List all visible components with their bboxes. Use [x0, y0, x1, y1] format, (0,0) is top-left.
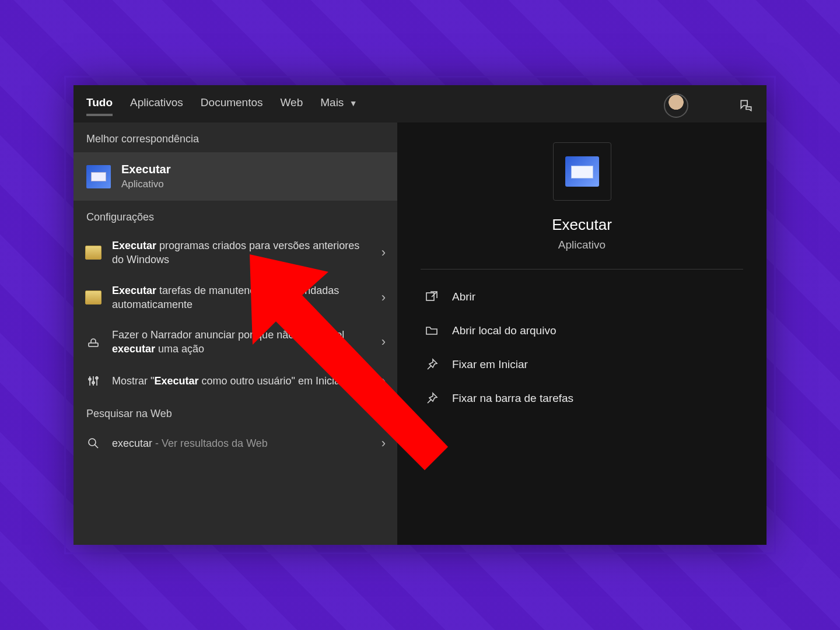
- preview-title: Executar: [552, 216, 612, 234]
- tab-more-label: Mais: [320, 96, 344, 108]
- user-avatar[interactable]: [664, 93, 688, 118]
- settings-item-text: Executar tarefas de manutenção recomenda…: [112, 284, 371, 312]
- run-app-icon: [86, 165, 111, 188]
- svg-rect-0: [89, 343, 98, 346]
- best-match-executar[interactable]: Executar Aplicativo: [74, 152, 397, 201]
- settings-icon: [85, 290, 102, 304]
- action-label: Abrir local do arquivo: [452, 324, 556, 337]
- settings-item-text: Executar programas criados para versões …: [112, 239, 371, 267]
- tab-documents[interactable]: Documentos: [201, 96, 263, 115]
- section-best-match: Melhor correspondência: [74, 123, 397, 152]
- sliders-icon: [85, 373, 102, 389]
- chevron-right-icon: ›: [382, 290, 386, 305]
- web-search-text: executar - Ver resultados da Web: [112, 436, 371, 450]
- narrator-icon: [85, 334, 102, 350]
- open-icon: [424, 289, 439, 304]
- tab-apps[interactable]: Aplicativos: [130, 96, 183, 115]
- preview-subtitle: Aplicativo: [558, 239, 606, 251]
- tab-all[interactable]: Tudo: [86, 96, 113, 115]
- action-label: Abrir: [452, 290, 475, 303]
- settings-item-text: Fazer o Narrador anunciar por que não é …: [112, 328, 371, 356]
- chevron-right-icon: ›: [382, 334, 386, 349]
- folder-icon: [424, 323, 439, 338]
- action-label: Fixar em Iniciar: [452, 358, 528, 371]
- settings-item-runas[interactable]: Mostrar "Executar como outro usuário" em…: [74, 365, 397, 397]
- action-pin-start[interactable]: Fixar em Iniciar: [421, 348, 743, 382]
- run-app-icon: [565, 156, 599, 187]
- tab-more[interactable]: Mais ▼: [320, 96, 357, 115]
- app-icon-box: [553, 142, 611, 201]
- settings-item-text: Mostrar "Executar como outro usuário" em…: [112, 374, 371, 388]
- search-filter-tabs: Tudo Aplicativos Documentos Web Mais ▼: [74, 85, 766, 123]
- chevron-right-icon: ›: [382, 373, 386, 388]
- chevron-right-icon: ›: [382, 245, 386, 260]
- web-search-row[interactable]: executar - Ver resultados da Web ›: [74, 427, 397, 460]
- best-match-title: Executar: [121, 163, 171, 176]
- chevron-down-icon: ▼: [349, 99, 358, 108]
- search-icon: [85, 435, 102, 452]
- svg-rect-5: [426, 293, 434, 300]
- best-match-subtitle: Aplicativo: [121, 178, 171, 190]
- action-open-location[interactable]: Abrir local do arquivo: [421, 314, 743, 348]
- action-pin-taskbar[interactable]: Fixar na barra de tarefas: [421, 382, 743, 415]
- settings-item-compat-troubleshooter[interactable]: Executar programas criados para versões …: [74, 230, 397, 275]
- settings-item-narrator[interactable]: Fazer o Narrador anunciar por que não é …: [74, 320, 397, 365]
- tab-web[interactable]: Web: [281, 96, 303, 115]
- pin-icon: [424, 391, 439, 406]
- chevron-right-icon: ›: [382, 436, 386, 451]
- section-web-search: Pesquisar na Web: [74, 397, 397, 427]
- section-settings: Configurações: [74, 201, 397, 230]
- svg-point-4: [89, 439, 96, 446]
- windows-search-panel: Tudo Aplicativos Documentos Web Mais ▼ M…: [74, 85, 766, 545]
- results-list: Melhor correspondência Executar Aplicati…: [74, 123, 397, 545]
- action-label: Fixar na barra de tarefas: [452, 392, 573, 405]
- settings-icon: [85, 246, 102, 260]
- divider: [421, 269, 743, 270]
- preview-pane: Executar Aplicativo Abrir Abrir lo: [397, 123, 766, 545]
- settings-item-maintenance[interactable]: Executar tarefas de manutenção recomenda…: [74, 275, 397, 320]
- action-open[interactable]: Abrir: [421, 280, 743, 314]
- feedback-icon[interactable]: [738, 98, 754, 113]
- pin-icon: [424, 357, 439, 372]
